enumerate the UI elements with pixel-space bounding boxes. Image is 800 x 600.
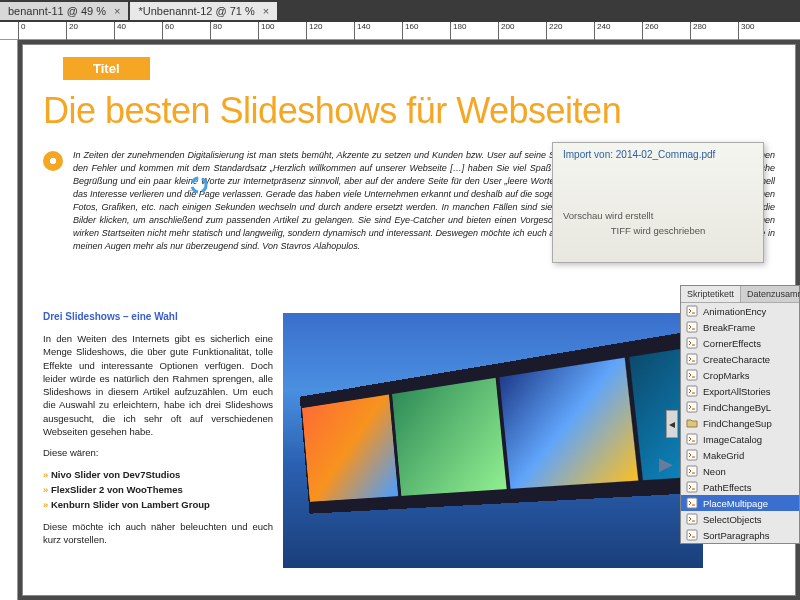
ruler-tick: 140	[354, 22, 370, 40]
tab-label: *Unbenannt-12 @ 71 %	[138, 5, 254, 17]
script-item[interactable]: ImageCatalog	[681, 431, 799, 447]
script-icon	[685, 401, 699, 413]
script-item[interactable]: CornerEffects	[681, 335, 799, 351]
play-arrow-icon: ▶	[659, 453, 673, 475]
script-icon	[685, 513, 699, 525]
list-item: FlexSlider 2 von WooThemes	[43, 483, 273, 496]
ruler-tick: 0	[18, 22, 25, 40]
article-image[interactable]: ▶	[283, 313, 703, 568]
script-icon	[685, 465, 699, 477]
svg-rect-3	[687, 354, 697, 364]
close-icon[interactable]: ×	[263, 5, 269, 17]
panel-tab[interactable]: Datenzusamm	[741, 286, 800, 302]
panel-expand-arrow-icon[interactable]: ◂	[666, 410, 678, 438]
close-icon[interactable]: ×	[114, 5, 120, 17]
script-item[interactable]: BreakFrame	[681, 319, 799, 335]
script-label: MakeGrid	[703, 450, 744, 461]
ruler-tick: 80	[210, 22, 222, 40]
ruler-tick: 40	[114, 22, 126, 40]
ruler-tick: 20	[66, 22, 78, 40]
script-item[interactable]: SelectObjects	[681, 511, 799, 527]
busy-cursor-icon	[190, 176, 208, 194]
scripts-panel: Skriptetikett Datenzusamm AnimationEncyB…	[680, 285, 800, 544]
title-badge[interactable]: Titel	[63, 57, 150, 80]
script-icon	[685, 337, 699, 349]
ruler-tick: 60	[162, 22, 174, 40]
svg-rect-1	[687, 322, 697, 332]
section-subtitle: Drei Slideshows – eine Wahl	[43, 310, 273, 324]
body-paragraph: Diese möchte ich auch näher beleuchten u…	[43, 520, 273, 547]
script-icon	[685, 353, 699, 365]
svg-rect-5	[687, 386, 697, 396]
dialog-title: Import von: 2014-02_Commag.pdf	[563, 149, 753, 160]
script-icon	[685, 385, 699, 397]
list-item: Kenburn Slider von Lambert Group	[43, 498, 273, 511]
script-label: SortParagraphs	[703, 530, 770, 541]
script-item[interactable]: CropMarks	[681, 367, 799, 383]
ruler-tick: 100	[258, 22, 274, 40]
dialog-status-line: TIFF wird geschrieben	[563, 225, 753, 236]
script-label: ImageCatalog	[703, 434, 762, 445]
folder-icon	[685, 417, 699, 429]
svg-rect-10	[687, 482, 697, 492]
script-item[interactable]: CreateCharacte	[681, 351, 799, 367]
script-icon	[685, 433, 699, 445]
document-tab[interactable]: *Unbenannt-12 @ 71 % ×	[130, 2, 277, 20]
script-item[interactable]: PlaceMultipage	[681, 495, 799, 511]
body-paragraph: In den Weiten des Internets gibt es sich…	[43, 332, 273, 438]
dialog-status-line: Vorschau wird erstellt	[563, 210, 753, 221]
ruler-tick: 120	[306, 22, 322, 40]
slideshow-list: Nivo Slider von Dev7StudiosFlexSlider 2 …	[43, 468, 273, 512]
list-item: Nivo Slider von Dev7Studios	[43, 468, 273, 481]
import-progress-dialog: Import von: 2014-02_Commag.pdf Vorschau …	[552, 142, 764, 263]
script-icon	[685, 481, 699, 493]
tab-label: benannt-11 @ 49 %	[8, 5, 106, 17]
script-item[interactable]: MakeGrid	[681, 447, 799, 463]
ruler-tick: 220	[546, 22, 562, 40]
page-headline[interactable]: Die besten Slideshows für Webseiten	[43, 90, 775, 132]
svg-rect-8	[687, 450, 697, 460]
script-label: CornerEffects	[703, 338, 761, 349]
svg-rect-11	[687, 498, 697, 508]
svg-rect-12	[687, 514, 697, 524]
script-item[interactable]: PathEffects	[681, 479, 799, 495]
ruler-tick: 160	[402, 22, 418, 40]
svg-rect-6	[687, 402, 697, 412]
horizontal-ruler: 0204060801001201401601802002202402602803…	[0, 22, 800, 40]
panel-tab-bar: Skriptetikett Datenzusamm	[681, 286, 799, 303]
svg-rect-9	[687, 466, 697, 476]
body-column[interactable]: Drei Slideshows – eine Wahl In den Weite…	[43, 310, 273, 554]
filmstrip-graphic	[300, 315, 703, 513]
ruler-tick: 180	[450, 22, 466, 40]
script-label: AnimationEncy	[703, 306, 766, 317]
script-item[interactable]: FindChangeSup	[681, 415, 799, 431]
script-label: ExportAllStories	[703, 386, 771, 397]
svg-rect-7	[687, 434, 697, 444]
panel-tab[interactable]: Skriptetikett	[681, 286, 741, 302]
script-item[interactable]: Neon	[681, 463, 799, 479]
body-paragraph: Diese wären:	[43, 446, 273, 459]
script-icon	[685, 497, 699, 509]
script-item[interactable]: AnimationEncy	[681, 303, 799, 319]
svg-rect-13	[687, 530, 697, 540]
vertical-ruler	[0, 40, 18, 600]
script-label: PathEffects	[703, 482, 751, 493]
script-item[interactable]: FindChangeByL	[681, 399, 799, 415]
document-tab-bar: benannt-11 @ 49 % × *Unbenannt-12 @ 71 %…	[0, 0, 800, 22]
ruler-tick: 260	[642, 22, 658, 40]
svg-rect-4	[687, 370, 697, 380]
script-icon	[685, 529, 699, 541]
ruler-tick: 200	[498, 22, 514, 40]
script-label: PlaceMultipage	[703, 498, 768, 509]
ruler-tick: 240	[594, 22, 610, 40]
script-label: FindChangeSup	[703, 418, 772, 429]
script-icon	[685, 449, 699, 461]
script-item[interactable]: SortParagraphs	[681, 527, 799, 543]
script-item[interactable]: ExportAllStories	[681, 383, 799, 399]
document-tab[interactable]: benannt-11 @ 49 % ×	[0, 2, 128, 20]
ruler-tick: 300	[738, 22, 754, 40]
script-label: SelectObjects	[703, 514, 762, 525]
svg-point-15	[196, 182, 202, 188]
scripts-list[interactable]: AnimationEncyBreakFrameCornerEffectsCrea…	[681, 303, 799, 543]
script-label: CreateCharacte	[703, 354, 770, 365]
